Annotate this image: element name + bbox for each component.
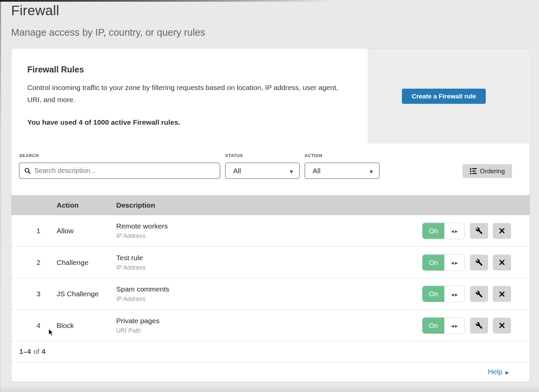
- arrow-right-icon: [455, 323, 458, 329]
- pagination-range: 1–4: [19, 348, 31, 356]
- pagination-of: of: [33, 348, 39, 356]
- ordering-button-label: Ordering: [480, 168, 505, 175]
- create-firewall-rule-button[interactable]: Create a Firewall rule: [402, 89, 486, 104]
- toggle-handle[interactable]: [444, 254, 465, 270]
- rule-match-type: IP Address: [116, 296, 169, 303]
- toggle-on-label: On: [422, 286, 444, 302]
- usage-note: You have used 4 of 1000 active Firewall …: [27, 118, 180, 126]
- delete-rule-button[interactable]: [493, 318, 511, 333]
- rule-priority: 4: [32, 310, 45, 341]
- edit-rule-button[interactable]: [470, 254, 488, 270]
- ordering-button[interactable]: Ordering: [463, 164, 512, 178]
- rule-toggle[interactable]: On: [422, 286, 465, 302]
- arrow-left-icon: [451, 260, 454, 266]
- close-icon: [499, 228, 505, 234]
- arrow-left-icon: [451, 323, 454, 329]
- status-label: STATUS: [225, 153, 243, 158]
- chevron-down-icon: [290, 167, 293, 175]
- ordered-list-icon: [470, 168, 477, 174]
- column-header-action: Action: [57, 195, 78, 215]
- page-subtitle: Manage access by IP, country, or query r…: [11, 27, 205, 38]
- rule-action: JS Challenge: [57, 278, 99, 309]
- rule-toggle[interactable]: On: [422, 318, 465, 333]
- table-header: Action Description: [11, 195, 530, 215]
- rule-toggle[interactable]: On: [422, 254, 465, 270]
- status-selected-value: All: [233, 167, 241, 175]
- section-title: Firewall Rules: [27, 65, 84, 74]
- window-left-edge: [0, 0, 1, 392]
- rule-action: Block: [57, 310, 74, 341]
- help-link[interactable]: Help: [488, 368, 509, 376]
- action-label: ACTION: [305, 153, 322, 158]
- arrow-right-icon: [505, 368, 509, 376]
- edit-rule-button[interactable]: [470, 286, 488, 302]
- status-select[interactable]: All: [225, 162, 300, 179]
- column-header-description: Description: [116, 195, 155, 215]
- action-select[interactable]: All: [305, 162, 380, 179]
- create-rule-panel: Create a Firewall rule: [368, 49, 530, 144]
- toggle-handle[interactable]: [444, 286, 465, 302]
- window-bottom-edge: [0, 385, 539, 392]
- close-icon: [499, 291, 505, 297]
- search-input[interactable]: [34, 167, 215, 175]
- arrow-left-icon: [451, 228, 454, 234]
- table-row: 1 Allow Remote workers IP Address On: [11, 215, 530, 247]
- chevron-down-icon: [370, 167, 373, 175]
- search-label: SEARCH: [19, 153, 39, 158]
- rule-toggle[interactable]: On: [422, 223, 465, 239]
- rule-match-type: IP Address: [116, 233, 168, 240]
- rule-action: Allow: [57, 215, 73, 246]
- action-selected-value: All: [313, 167, 320, 175]
- table-row: 2 Challenge Test rule IP Address On: [11, 247, 530, 278]
- search-box: [19, 162, 220, 179]
- rule-description: Test rule: [116, 254, 146, 262]
- wrench-icon: [475, 290, 483, 298]
- rule-match-type: URI Path: [116, 327, 159, 334]
- help-link-label: Help: [488, 368, 502, 376]
- rule-description: Spam comments: [116, 285, 169, 293]
- arrow-right-icon: [455, 291, 458, 297]
- rule-action: Challenge: [57, 247, 89, 278]
- delete-rule-button[interactable]: [493, 254, 511, 270]
- arrow-right-icon: [455, 260, 458, 266]
- edit-rule-button[interactable]: [470, 318, 488, 333]
- pagination-total: 4: [42, 348, 46, 356]
- arrow-left-icon: [451, 291, 454, 297]
- toggle-handle[interactable]: [444, 223, 465, 239]
- section-description: Control incoming traffic to your zone by…: [27, 82, 347, 106]
- toggle-handle[interactable]: [444, 318, 465, 333]
- table-row: 4 Block Private pages URI Path On: [11, 310, 530, 341]
- wrench-icon: [475, 259, 483, 266]
- close-icon: [499, 322, 505, 329]
- delete-rule-button[interactable]: [493, 286, 511, 302]
- arrow-right-icon: [455, 228, 458, 234]
- rule-priority: 3: [32, 278, 45, 309]
- toggle-on-label: On: [422, 318, 444, 333]
- search-icon: [24, 168, 31, 174]
- rule-match-type: IP Address: [116, 264, 146, 271]
- help-row: Help: [11, 362, 530, 382]
- edit-rule-button[interactable]: [470, 223, 488, 239]
- wrench-icon: [475, 227, 483, 235]
- rule-description: Private pages: [116, 317, 159, 325]
- table-row: 3 JS Challenge Spam comments IP Address …: [11, 278, 530, 310]
- wrench-icon: [475, 322, 483, 329]
- toggle-on-label: On: [422, 223, 444, 239]
- page-title: Firewall: [11, 3, 59, 19]
- window-top-edge: [0, 0, 539, 2]
- firewall-rules-card: Create a Firewall rule Firewall Rules Co…: [11, 48, 530, 382]
- rule-priority: 2: [32, 247, 45, 278]
- close-icon: [499, 259, 505, 266]
- rule-description: Remote workers: [116, 222, 168, 230]
- toggle-on-label: On: [422, 254, 444, 270]
- pagination: 1–4 of 4: [11, 341, 530, 362]
- rule-priority: 1: [32, 215, 45, 246]
- delete-rule-button[interactable]: [493, 223, 511, 239]
